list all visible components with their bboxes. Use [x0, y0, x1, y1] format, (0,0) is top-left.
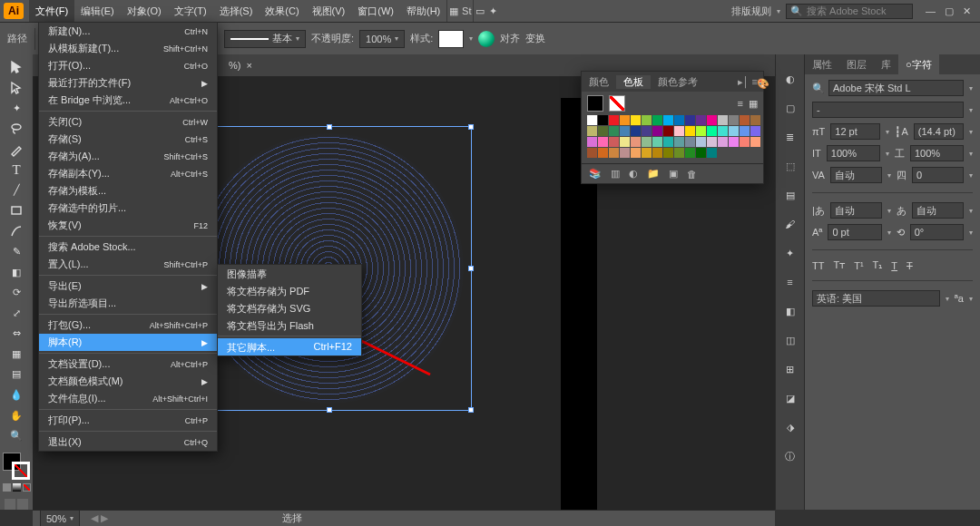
- document-tab[interactable]: %)×: [221, 60, 260, 71]
- file-menu-item[interactable]: 打包(G)...Alt+Shift+Ctrl+P: [39, 317, 217, 334]
- swatch-cell[interactable]: [674, 148, 684, 158]
- underline-icon[interactable]: T: [891, 260, 897, 271]
- swatch-cell[interactable]: [696, 148, 706, 158]
- swatches-tab[interactable]: 色板: [616, 75, 651, 89]
- new-swatch-icon[interactable]: ▣: [669, 168, 678, 180]
- graphic-styles-icon[interactable]: ▢: [782, 100, 799, 116]
- file-menu-item[interactable]: 关闭(C)Ctrl+W: [39, 113, 217, 131]
- swatch-cell[interactable]: [674, 126, 684, 136]
- swatch-cell[interactable]: [707, 148, 717, 158]
- swatch-cell[interactable]: [663, 115, 673, 125]
- direct-selection-tool[interactable]: [5, 79, 28, 98]
- swatch-cell[interactable]: [685, 148, 695, 158]
- font-family-field[interactable]: Adobe 宋体 Std L: [828, 80, 964, 96]
- file-menu-item[interactable]: 存储(S)Ctrl+S: [39, 131, 217, 148]
- swatch-cell[interactable]: [674, 115, 684, 125]
- pen-tool[interactable]: [5, 140, 28, 159]
- file-menu-item[interactable]: 新建(N)...Ctrl+N: [39, 23, 217, 40]
- swatch-cell[interactable]: [729, 115, 739, 125]
- swatch-cell[interactable]: [750, 115, 760, 125]
- swatch-cell[interactable]: [609, 126, 619, 136]
- swatch-cell[interactable]: [609, 137, 619, 147]
- opacity-input[interactable]: 100%▾: [359, 30, 405, 48]
- swatch-cell[interactable]: [729, 126, 739, 136]
- properties-tab[interactable]: 属性: [805, 54, 839, 74]
- swatch-cell[interactable]: [587, 126, 597, 136]
- file-menu-item[interactable]: 最近打开的文件(F)▶: [39, 74, 217, 92]
- rectangle-tool[interactable]: [5, 201, 28, 220]
- script-menu-item[interactable]: 将文档导出为 Flash: [218, 317, 361, 334]
- swatch-cell[interactable]: [663, 148, 673, 158]
- brush-tool[interactable]: [5, 222, 28, 241]
- vscale-field[interactable]: 100%: [827, 145, 880, 161]
- file-menu-item[interactable]: 恢复(V)F12: [39, 217, 217, 234]
- swatch-cell[interactable]: [696, 126, 706, 136]
- menu-5[interactable]: 效果(C): [259, 0, 305, 22]
- menu-1[interactable]: 编辑(E): [74, 0, 121, 22]
- width-tool[interactable]: ⇔: [5, 325, 28, 344]
- menu-7[interactable]: 窗口(W): [351, 0, 400, 22]
- superscript-icon[interactable]: T¹: [854, 260, 863, 271]
- swatch-cell[interactable]: [718, 115, 728, 125]
- none-swatch[interactable]: [609, 95, 625, 112]
- eyedropper-tool[interactable]: 💧: [5, 385, 28, 404]
- swatch-cell[interactable]: [609, 148, 619, 158]
- swatch-cell[interactable]: [674, 137, 684, 147]
- file-menu-item[interactable]: 在 Bridge 中浏览...Alt+Ctrl+O: [39, 92, 217, 109]
- pencil-tool[interactable]: ✎: [5, 242, 28, 261]
- font-size-field[interactable]: 12 pt: [830, 123, 880, 140]
- file-menu-item[interactable]: 打印(P)...Ctrl+P: [39, 412, 217, 429]
- swatch-cell[interactable]: [587, 148, 597, 158]
- smallcaps-icon[interactable]: Tᴛ: [833, 259, 845, 271]
- stroke-panel-icon[interactable]: ≡: [782, 274, 799, 290]
- file-menu-item[interactable]: 文件信息(I)...Alt+Shift+Ctrl+I: [39, 390, 217, 407]
- swatch-cell[interactable]: [696, 137, 706, 147]
- char-rotate-field[interactable]: 0°: [910, 224, 964, 240]
- layout-rules[interactable]: 排版规则: [731, 5, 771, 18]
- swatch-cell[interactable]: [652, 126, 662, 136]
- align-panel-icon[interactable]: ⊞: [782, 361, 799, 377]
- minimize-icon[interactable]: —: [926, 5, 936, 16]
- swatch-cell[interactable]: [685, 126, 695, 136]
- file-menu-dropdown[interactable]: 新建(N)...Ctrl+N从模板新建(T)...Shift+Ctrl+N打开(…: [38, 22, 218, 452]
- swatch-cell[interactable]: [631, 137, 641, 147]
- gpu-icon[interactable]: ✦: [486, 5, 499, 17]
- symbols-icon[interactable]: ✦: [782, 245, 799, 261]
- file-menu-item[interactable]: 从模板新建(T)...Shift+Ctrl+N: [39, 40, 217, 57]
- swatch-cell[interactable]: [685, 115, 695, 125]
- swatch-cell[interactable]: [729, 137, 739, 147]
- none-mode-icon[interactable]: [23, 483, 31, 492]
- swatch-grid[interactable]: [582, 115, 763, 163]
- lasso-tool[interactable]: [5, 120, 28, 139]
- swatch-cell[interactable]: [696, 115, 706, 125]
- subscript-icon[interactable]: T₁: [873, 259, 883, 271]
- swatch-cell[interactable]: [707, 115, 717, 125]
- swatch-cell[interactable]: [652, 148, 662, 158]
- file-menu-item[interactable]: 退出(X)Ctrl+Q: [39, 433, 217, 451]
- swatch-cell[interactable]: [631, 126, 641, 136]
- swatch-cell[interactable]: [642, 115, 652, 125]
- script-menu-item[interactable]: 将文档存储为 SVG: [218, 299, 361, 317]
- file-menu-item[interactable]: 导出所选项目...: [39, 295, 217, 312]
- rotate-tool[interactable]: ⟳: [5, 283, 28, 302]
- color-panel-icon[interactable]: 🎨: [757, 78, 775, 93]
- type-tool[interactable]: T: [5, 161, 28, 180]
- close-tab-icon[interactable]: ×: [246, 60, 251, 71]
- graphic-style[interactable]: [438, 30, 464, 48]
- swatch-cell[interactable]: [598, 115, 608, 125]
- draw-normal-icon[interactable]: [5, 499, 15, 510]
- list-view-icon[interactable]: ≡: [738, 98, 743, 110]
- delete-swatch-icon[interactable]: 🗑: [687, 169, 697, 180]
- character-tab[interactable]: ○字符: [898, 54, 939, 74]
- strikethrough-icon[interactable]: T: [906, 260, 913, 271]
- menu-2[interactable]: 对象(O): [121, 0, 168, 22]
- swatch-cell[interactable]: [620, 126, 630, 136]
- swatch-cell[interactable]: [598, 137, 608, 147]
- swatch-cell[interactable]: [587, 137, 597, 147]
- align-label[interactable]: 对齐: [500, 32, 520, 45]
- swatch-cell[interactable]: [620, 137, 630, 147]
- script-menu-item[interactable]: 图像描摹: [218, 265, 361, 282]
- swatches-panel[interactable]: 颜色 色板 颜色参考 ▸│ ≡ ≡ ▦ 📚 ▥ ◐ 📁 ▣ 🗑: [581, 71, 764, 184]
- file-menu-item[interactable]: 文档设置(D)...Alt+Ctrl+P: [39, 356, 217, 373]
- swatch-cell[interactable]: [620, 148, 630, 158]
